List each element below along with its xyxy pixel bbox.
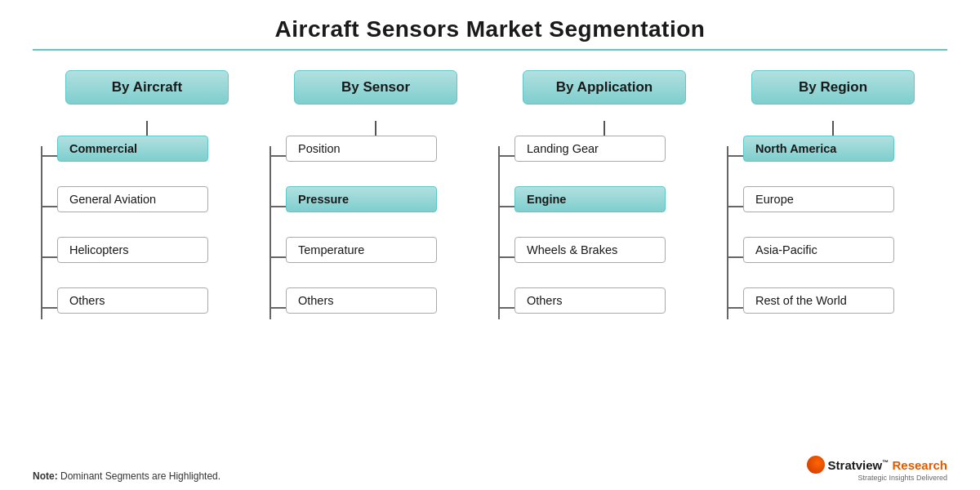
logo-tagline: Strategic Insights Delivered — [858, 474, 947, 482]
by-sensor-item-row-0: Position — [286, 136, 437, 175]
by-region-item-1: Europe — [743, 186, 894, 212]
by-sensor-item-row-2: Temperature — [286, 237, 437, 276]
by-sensor-items: PositionPressureTemperatureOthers — [270, 136, 482, 338]
note-section: Note: Dominant Segments are Highlighted. — [33, 467, 220, 482]
columns-container: By AircraftCommercialGeneral AviationHel… — [33, 70, 947, 452]
by-aircraft-item-row-0: Commercial — [57, 136, 208, 175]
by-aircraft-connector — [146, 121, 148, 136]
by-application-header: By Application — [523, 70, 686, 105]
by-sensor-connector — [375, 121, 376, 136]
by-sensor-item-row-3: Others — [286, 287, 437, 327]
by-aircraft-header-wrap: By Aircraft — [41, 70, 253, 136]
logo-area: Stratview™ Research Strategic Insights D… — [807, 456, 947, 482]
by-region-item-row-0: North America — [743, 136, 894, 175]
by-aircraft-item-1: General Aviation — [57, 186, 208, 212]
logo-brand-part2: Research — [892, 458, 947, 472]
by-region-item-3: Rest of the World — [743, 287, 894, 314]
by-sensor-item-1: Pressure — [286, 186, 437, 212]
page: Aircraft Sensors Market Segmentation By … — [0, 0, 980, 490]
logo-icon — [807, 456, 825, 474]
by-sensor-item-row-1: Pressure — [286, 186, 437, 225]
by-application-header-wrap: By Application — [498, 70, 710, 136]
by-aircraft-items: CommercialGeneral AviationHelicoptersOth… — [41, 136, 253, 338]
logo-brand: Stratview™ Research — [828, 458, 947, 472]
by-aircraft-item-2: Helicopters — [57, 237, 208, 263]
page-title: Aircraft Sensors Market Segmentation — [33, 16, 947, 42]
title-divider — [33, 49, 947, 51]
by-sensor-item-3: Others — [286, 287, 437, 314]
by-application-item-row-2: Wheels & Brakes — [514, 237, 666, 276]
logo-brand-part1: Stratview — [828, 458, 883, 472]
by-application-item-0: Landing Gear — [514, 136, 666, 162]
by-aircraft-header: By Aircraft — [65, 70, 229, 105]
by-sensor-item-2: Temperature — [286, 237, 437, 263]
by-application-item-row-1: Engine — [514, 186, 666, 225]
by-sensor-header: By Sensor — [294, 70, 457, 105]
by-region-item-row-3: Rest of the World — [743, 287, 894, 327]
column-by-sensor: By SensorPositionPressureTemperatureOthe… — [261, 70, 490, 452]
by-aircraft-item-0: Commercial — [57, 136, 208, 162]
by-sensor-header-wrap: By Sensor — [270, 70, 482, 136]
by-sensor-item-0: Position — [286, 136, 437, 162]
by-application-connector — [604, 121, 605, 136]
by-aircraft-item-row-3: Others — [57, 287, 208, 327]
footer-row: Note: Dominant Segments are Highlighted.… — [33, 452, 947, 482]
by-region-item-2: Asia-Pacific — [743, 237, 894, 263]
by-aircraft-item-row-1: General Aviation — [57, 186, 208, 225]
by-application-item-1: Engine — [514, 186, 666, 212]
by-application-item-row-0: Landing Gear — [514, 136, 666, 175]
column-by-application: By ApplicationLanding GearEngineWheels &… — [490, 70, 719, 452]
by-region-header: By Region — [751, 70, 915, 105]
by-region-items: North AmericaEuropeAsia-PacificRest of t… — [727, 136, 939, 338]
by-application-items: Landing GearEngineWheels & BrakesOthers — [498, 136, 710, 338]
by-aircraft-item-3: Others — [57, 287, 208, 314]
by-application-item-row-3: Others — [514, 287, 666, 327]
by-application-item-3: Others — [514, 287, 666, 314]
by-region-item-row-2: Asia-Pacific — [743, 237, 894, 276]
by-region-item-row-1: Europe — [743, 186, 894, 225]
title-section: Aircraft Sensors Market Segmentation — [33, 16, 947, 64]
column-by-region: By RegionNorth AmericaEuropeAsia-Pacific… — [719, 70, 947, 452]
by-region-connector — [832, 121, 834, 136]
by-aircraft-item-row-2: Helicopters — [57, 237, 208, 276]
by-application-item-2: Wheels & Brakes — [514, 237, 666, 263]
note-label: Note: — [33, 470, 58, 482]
by-region-item-0: North America — [743, 136, 894, 162]
column-by-aircraft: By AircraftCommercialGeneral AviationHel… — [33, 70, 261, 452]
by-region-header-wrap: By Region — [727, 70, 939, 136]
note-text: Dominant Segments are Highlighted. — [60, 470, 220, 482]
